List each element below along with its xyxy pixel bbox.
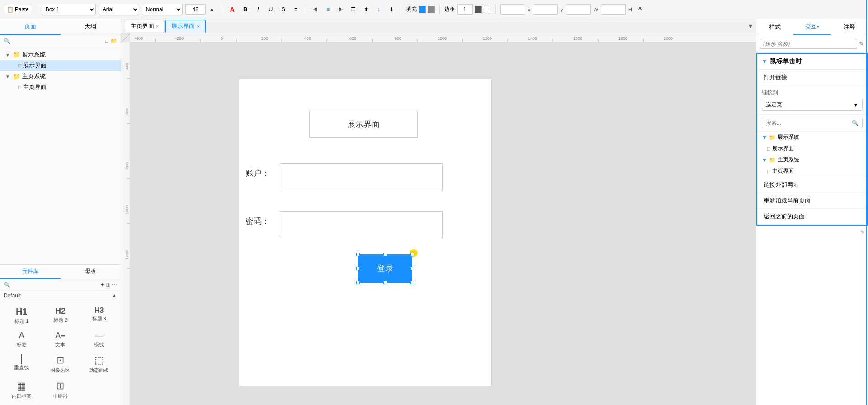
tree-item-folder-home[interactable]: ▼ 📁 主页系统 [0,71,121,82]
shape-name-input[interactable] [760,39,857,49]
comp-image-hotspot[interactable]: ⊡ 图像热区 [42,352,80,377]
h-coord-input[interactable]: 170 [601,4,626,15]
right-tree-folder-exhibition[interactable]: ▼ 📁 展示系统 [757,132,867,143]
open-link-item[interactable]: 打开链接 [757,70,867,85]
link-external-url[interactable]: 链接外部网址 [757,177,867,193]
handle-br[interactable] [410,281,414,284]
align-bottom-button[interactable]: ⬇ [387,5,396,14]
tab-interact[interactable]: 交互 ● [793,19,830,35]
tree-item-page-home[interactable]: □ 主页界面 [0,82,121,93]
y-coord-input[interactable]: 1098 [533,4,558,15]
handle-bl[interactable] [356,281,360,284]
comp-h2[interactable]: H2 标题 2 [42,304,80,327]
panel-expand-icon[interactable]: ⤡ [860,229,864,235]
page-search-input[interactable] [12,38,104,44]
login-button[interactable]: 登录 [358,254,412,283]
tab-pages[interactable]: 页面 [0,19,61,35]
tree-item-page-exhibition[interactable]: □ 展示界面 [0,60,121,71]
comp-repeater[interactable]: ⊞ 中继器 [42,377,80,402]
font-size-up-btn[interactable]: ▲ [207,4,217,15]
tab-component-library[interactable]: 元件库 [0,265,61,279]
reload-page-option[interactable]: 重新加载当前页面 [757,193,867,209]
align-middle-button[interactable]: ↕ [374,5,384,14]
tab-outline[interactable]: 大纲 [61,19,121,35]
new-folder-icon[interactable]: 📁 [110,38,117,44]
handle-tr[interactable] [410,253,414,256]
handle-mr[interactable] [410,267,414,270]
text-label: 文本 [55,341,65,348]
italic-button[interactable]: I [253,5,263,14]
border-color-swatch[interactable] [475,6,482,13]
new-page-icon[interactable]: □ [105,38,108,44]
handle-tl[interactable] [356,253,360,256]
right-panel-bottom: ⤡ [756,226,868,238]
visibility-toggle[interactable]: 👁 [635,4,646,15]
fill-color-swatch[interactable] [419,6,426,13]
shape-name-edit-btn[interactable]: ✎ [859,40,864,47]
comp-h1[interactable]: H1 标题 1 [3,304,41,327]
comp-hline[interactable]: — 横线 [80,328,118,351]
canvas-tab-exhibition[interactable]: 展示界面 × [165,20,205,32]
fill-color-swatch2[interactable] [428,6,435,13]
comp-label[interactable]: A 标签 [3,328,41,351]
font-style-select[interactable]: Normal [142,4,183,15]
handle-bc[interactable] [383,281,387,284]
align-justify-button[interactable]: ☰ [349,5,359,14]
align-center-button[interactable]: ≡ [323,5,333,14]
link-target-select[interactable]: 选定页 ▼ [762,99,863,111]
align-top-button[interactable]: ⬆ [361,5,371,14]
canvas-account-input[interactable] [280,163,443,190]
bold-button[interactable]: B [241,5,250,14]
right-tree-page-home[interactable]: □ 主页界面 [757,165,867,177]
page-label-home: 主页界面 [23,83,47,91]
tab-annotation[interactable]: 注释 [831,19,868,35]
canvas-tab-home[interactable]: 主页界面 × [125,20,165,32]
comp-add-icon[interactable]: + [101,282,104,288]
default-collapse-icon[interactable]: ▲ [112,292,117,299]
tab-style[interactable]: 样式 [756,19,793,35]
right-tree-page-exhibition[interactable]: □ 展示界面 [757,143,867,154]
page-search-input-right[interactable] [766,120,850,126]
paste-button[interactable]: 📋 Paste [4,5,32,14]
font-family-select[interactable]: Arial [99,4,139,15]
tab-master[interactable]: 母版 [61,265,121,279]
comp-vline[interactable]: 垂直线 [3,352,41,377]
list-button[interactable]: ≡ [291,5,301,14]
comp-text[interactable]: A≡ 文本 [42,328,80,351]
h2-label: 标题 2 [53,317,67,324]
canvas-password-input[interactable] [280,211,443,238]
comp-search-input[interactable] [12,282,99,288]
font-size-input[interactable] [185,4,206,15]
w-coord-input[interactable]: 300 [566,4,591,15]
text-color-button[interactable]: A [227,4,238,15]
comp-more-icon[interactable]: ⋯ [112,282,117,288]
canvas-workspace[interactable]: 展示界面 账户： 密码： [130,42,756,405]
canvas-tab-home-close[interactable]: × [156,24,159,29]
right-tree-folder-home[interactable]: ▼ 📁 主页系统 [757,154,867,165]
repeater-icon: ⊞ [56,380,64,392]
handle-tc[interactable] [383,253,387,256]
component-library: 元件库 母版 🔍 + ⧉ ⋯ Default ▲ [0,264,121,405]
canvas-tab-exhibition-close[interactable]: × [197,24,199,29]
y-label: y [561,7,563,12]
align-right-button[interactable]: ⫸ [336,5,346,14]
back-page-option[interactable]: 返回之前的页面 [757,209,867,225]
on-click-event-header[interactable]: ▼ 鼠标单击时 [757,54,867,70]
handle-ml[interactable] [356,267,360,270]
align-left-button[interactable]: ⫷ [311,5,321,14]
tree-item-folder-exhibition[interactable]: ▼ 📁 展示系统 [0,49,121,60]
canvas-tab-dropdown[interactable]: ▾ [749,22,752,30]
box-name-select[interactable]: Box 1 [42,4,96,15]
comp-inner-frame[interactable]: ▦ 内部框架 [3,377,41,402]
comp-h3[interactable]: H3 标题 3 [80,304,118,327]
strikethrough-button[interactable]: S [278,5,288,14]
canvas-title-box[interactable]: 展示界面 [309,111,418,138]
comp-copy-icon[interactable]: ⧉ [106,282,110,288]
svg-text:1200: 1200 [125,250,129,259]
canvas-scroll[interactable]: 400 600 800 1000 1200 [121,42,756,405]
underline-button[interactable]: U [266,5,276,14]
border-width-input[interactable] [457,4,473,15]
x-coord-input[interactable]: 730 [500,4,525,15]
border-style-swatch[interactable] [484,6,491,13]
comp-dynamic-panel[interactable]: ⬚ 动态面板 [80,352,118,377]
